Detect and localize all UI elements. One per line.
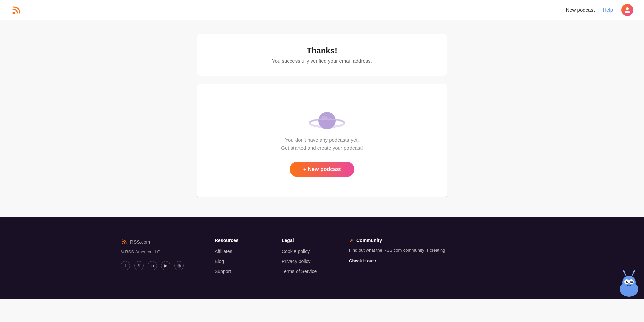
facebook-icon[interactable]: f [121,261,130,270]
svg-point-18 [623,270,625,272]
footer-logo: RSS.com [121,238,188,245]
logo[interactable] [11,4,23,16]
footer-resources: Resources Affiliates Blog Support [215,238,255,278]
community-heading: Community [349,238,445,243]
cookie-policy-link[interactable]: Cookie policy [282,249,310,254]
footer-brand: RSS.com © RSS America LLC. f 𝕏 in ▶ ◎ [121,238,188,278]
svg-point-20 [633,270,635,272]
svg-line-17 [624,272,626,276]
new-podcast-button[interactable]: + New podcast [290,162,354,177]
avatar[interactable] [621,4,633,16]
svg-point-15 [627,281,628,282]
thanks-subtitle: You successfully verified your email add… [210,58,434,64]
main-content: Thanks! You successfully verified your e… [191,20,453,217]
svg-point-8 [350,241,351,242]
svg-point-1 [626,7,629,10]
chat-bot-decoration [614,268,644,299]
terms-of-service-link[interactable]: Terms of Service [282,269,317,274]
thanks-card: Thanks! You successfully verified your e… [197,34,447,76]
footer: RSS.com © RSS America LLC. f 𝕏 in ▶ ◎ Re… [0,217,644,299]
linkedin-icon[interactable]: in [148,261,157,270]
privacy-policy-link[interactable]: Privacy policy [282,259,311,264]
svg-point-3 [318,112,336,129]
empty-state-card: You don't have any podcasts yet. Get sta… [197,84,447,197]
thanks-title: Thanks! [210,46,434,55]
community-description: Find out what the RSS.com community is c… [349,247,445,254]
footer-community: Community Find out what the RSS.com comm… [349,238,445,278]
planet-illustration [307,105,337,128]
list-item: Terms of Service [282,268,322,274]
header-nav: New podcast Help [566,4,633,16]
help-link[interactable]: Help [603,7,613,13]
empty-state-text: You don't have any podcasts yet. Get sta… [210,136,434,152]
instagram-icon[interactable]: ◎ [174,261,184,270]
community-check-it-out-link[interactable]: Check it out [349,258,376,263]
legal-heading: Legal [282,238,322,243]
list-item: Blog [215,258,255,264]
list-item: Privacy policy [282,258,322,264]
svg-line-19 [632,272,634,276]
svg-point-0 [12,12,15,14]
footer-legal: Legal Cookie policy Privacy policy Terms… [282,238,322,278]
support-link[interactable]: Support [215,269,231,274]
svg-point-7 [122,243,123,244]
blog-link[interactable]: Blog [215,259,224,264]
legal-list: Cookie policy Privacy policy Terms of Se… [282,248,322,274]
svg-point-10 [622,276,636,289]
youtube-icon[interactable]: ▶ [161,261,170,270]
header: New podcast Help [0,0,644,20]
footer-copyright: © RSS America LLC. [121,249,188,254]
list-item: Cookie policy [282,248,322,254]
list-item: Affiliates [215,248,255,254]
resources-list: Affiliates Blog Support [215,248,255,274]
svg-point-16 [632,281,633,282]
resources-heading: Resources [215,238,255,243]
new-podcast-nav-link[interactable]: New podcast [566,7,595,13]
footer-logo-text: RSS.com [130,238,150,245]
list-item: Support [215,268,255,274]
twitter-icon[interactable]: 𝕏 [134,261,144,270]
affiliates-link[interactable]: Affiliates [215,249,232,254]
social-icons: f 𝕏 in ▶ ◎ [121,261,188,270]
